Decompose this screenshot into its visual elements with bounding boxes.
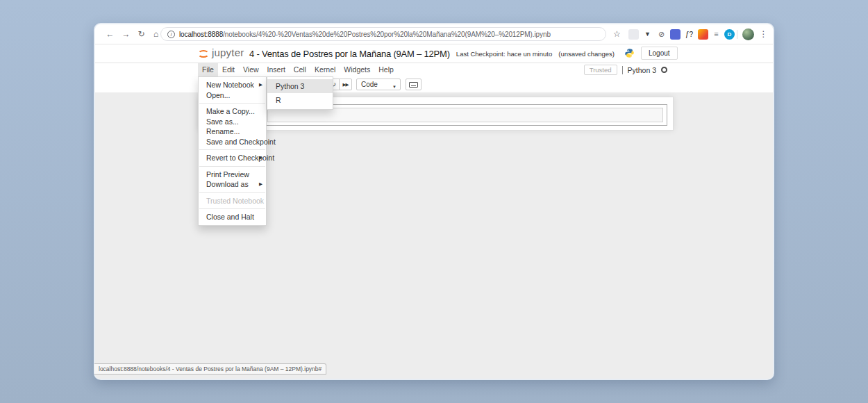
new-notebook-submenu: Python 3 R — [267, 76, 333, 110]
kernel-divider — [622, 66, 623, 74]
menu-edit[interactable]: Edit — [218, 63, 239, 76]
file-menu-save-and-checkpoint[interactable]: Save and Checkpoint — [199, 137, 266, 147]
site-info-icon[interactable]: i — [167, 31, 175, 38]
extension-icon-1[interactable] — [628, 29, 639, 40]
file-menu-close-and-halt[interactable]: Close and Halt — [199, 212, 266, 222]
url-domain: localhost:8888 — [179, 31, 223, 38]
extension-function-icon[interactable]: ƒ? — [684, 29, 694, 40]
trusted-badge[interactable]: Trusted — [584, 65, 617, 75]
file-menu-print-preview[interactable]: Print Preview — [199, 170, 266, 180]
cell-input-area[interactable] — [267, 108, 663, 122]
kernel-status-area: Trusted Python 3 — [584, 63, 667, 76]
cell-type-select[interactable]: Code ▼ — [356, 79, 401, 90]
keyboard-icon — [409, 82, 418, 88]
menu-cell[interactable]: Cell — [290, 63, 310, 76]
desktop-background: ← → ↻ ⌂ i localhost:8888/notebooks/4%20-… — [0, 0, 868, 403]
menu-widgets[interactable]: Widgets — [340, 63, 374, 76]
notebook-title[interactable]: 4 - Ventas de Postres por la Mañana (9AM… — [249, 49, 450, 59]
chevron-down-icon: ▼ — [392, 82, 397, 92]
status-bubble: localhost:8888/notebooks/4 - Ventas de P… — [94, 363, 326, 375]
extension-icon-3[interactable] — [670, 29, 681, 40]
url-path: /notebooks/4%20-%20Ventas%20de%20Postres… — [223, 31, 551, 38]
file-menu-trusted-notebook: Trusted Notebook — [199, 196, 266, 206]
profile-avatar[interactable] — [742, 28, 754, 40]
logout-button[interactable]: Logout — [641, 47, 678, 60]
forward-button[interactable]: → — [120, 28, 132, 40]
menu-divider — [199, 149, 265, 150]
notebook-header: jupyter 4 - Ventas de Postres por la Mañ… — [95, 44, 773, 63]
browser-window: ← → ↻ ⌂ i localhost:8888/notebooks/4%20-… — [94, 23, 774, 380]
submenu-arrow-icon: ▶ — [259, 80, 262, 90]
file-menu-revert-to-checkpoint[interactable]: Revert to Checkpoint▶ — [199, 153, 266, 163]
back-button[interactable]: ← — [104, 28, 116, 40]
submenu-r[interactable]: R — [267, 93, 333, 107]
menu-insert[interactable]: Insert — [263, 63, 290, 76]
url-text: localhost:8888/notebooks/4%20-%20Ventas%… — [179, 31, 551, 38]
notebook-menubar: File Edit View Insert Cell Kernel Widget… — [95, 63, 773, 76]
menu-help[interactable]: Help — [374, 63, 398, 76]
jupyter-logo-text[interactable]: jupyter — [212, 47, 244, 58]
extension-d-icon[interactable]: D — [724, 29, 735, 40]
title-row: 4 - Ventas de Postres por la Mañana (9AM… — [249, 44, 615, 63]
restart-run-all-button[interactable]: ▶▶ — [339, 79, 352, 90]
extension-blocker-icon[interactable]: ⊘ — [656, 29, 667, 40]
jupyter-logo-icon[interactable] — [198, 50, 209, 58]
extension-icon-4[interactable] — [698, 29, 708, 40]
toolbar-divider — [737, 30, 737, 39]
notebook-body — [95, 92, 773, 379]
cell-type-value: Code — [361, 81, 378, 88]
kernel-idle-icon — [661, 67, 667, 73]
kernel-name: Python 3 — [628, 66, 656, 74]
file-menu-dropdown: New Notebook▶ Open... Make a Copy... Sav… — [198, 76, 267, 226]
file-menu-save-as[interactable]: Save as... — [199, 117, 266, 127]
menu-divider — [199, 103, 265, 104]
extension-icon-2[interactable]: ▼ — [642, 29, 653, 40]
extension-notes-icon[interactable]: ≡ — [711, 29, 721, 40]
submenu-arrow-icon: ▶ — [259, 179, 262, 190]
menu-kernel[interactable]: Kernel — [310, 63, 340, 76]
file-menu-open[interactable]: Open... — [199, 90, 266, 101]
menu-view[interactable]: View — [239, 63, 263, 76]
browser-toolbar: ← → ↻ ⌂ i localhost:8888/notebooks/4%20-… — [95, 24, 773, 44]
bookmark-star-icon[interactable]: ☆ — [612, 29, 622, 40]
submenu-arrow-icon: ▶ — [259, 153, 262, 163]
file-menu-rename[interactable]: Rename... — [199, 126, 266, 137]
menu-divider — [199, 208, 265, 209]
file-menu-download-as[interactable]: Download as▶ — [199, 179, 266, 190]
checkpoint-status: Last Checkpoint: hace un minuto — [456, 50, 552, 58]
browser-menu-icon[interactable]: ⋮ — [758, 29, 769, 40]
menu-divider — [199, 166, 265, 167]
submenu-python3[interactable]: Python 3 — [267, 79, 333, 93]
unsaved-changes-status: (unsaved changes) — [558, 50, 615, 58]
file-menu-make-a-copy[interactable]: Make a Copy... — [199, 106, 266, 117]
file-menu-new-notebook[interactable]: New Notebook▶ — [199, 80, 266, 90]
command-palette-button[interactable] — [406, 79, 422, 90]
menu-file[interactable]: File — [198, 63, 218, 76]
notebook-toolbar: ↻ ▶▶ Code ▼ — [95, 76, 773, 92]
address-bar[interactable]: i localhost:8888/notebooks/4%20-%20Venta… — [160, 27, 606, 41]
menu-divider — [199, 192, 265, 193]
refresh-button[interactable]: ↻ — [135, 28, 147, 40]
python-logo-icon — [624, 48, 635, 61]
